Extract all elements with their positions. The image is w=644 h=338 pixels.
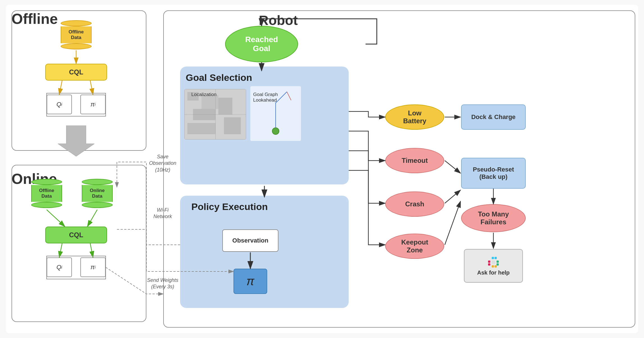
dock-charge-box: Dock & Charge	[461, 104, 526, 130]
ask-help-label: Ask for help	[477, 270, 510, 276]
svg-rect-18	[488, 263, 490, 266]
svg-rect-23	[492, 265, 494, 268]
offline-pii-box: πi	[80, 95, 106, 114]
observation-box: Observation	[222, 229, 278, 252]
goal-graph-label: Goal GraphLookahead	[253, 92, 278, 103]
crash-ellipse: Crash	[385, 191, 444, 217]
svg-marker-0	[58, 125, 94, 156]
online-pii-box: πi	[80, 257, 106, 277]
svg-rect-24	[495, 265, 497, 268]
offline-data-db: OfflineData	[61, 20, 92, 49]
offline-label: Offline	[12, 10, 58, 27]
db-mid-g: OfflineData	[31, 185, 62, 202]
low-battery-ellipse: LowBattery	[385, 104, 444, 130]
svg-rect-25	[492, 261, 495, 264]
db-top	[61, 20, 92, 26]
goal-selection-title: Goal Selection	[186, 72, 252, 83]
svg-rect-22	[496, 263, 499, 266]
pi-box: π	[233, 269, 267, 294]
online-offline-data-db: OfflineData	[31, 179, 62, 208]
localization-label: Localization	[191, 92, 217, 97]
slack-icon	[487, 256, 500, 268]
reached-goal-ellipse: ReachedGoal	[225, 26, 298, 62]
timeout-ellipse: Timeout	[385, 148, 444, 173]
offline-cql-box: CQL	[45, 64, 107, 81]
online-qi-box: Qi	[47, 257, 72, 277]
policy-exec-title: Policy Execution	[191, 201, 268, 212]
db-mid-label: OfflineData	[61, 26, 92, 43]
wifi-network-label: Wi-FiNetwork	[146, 207, 180, 220]
keepout-ellipse: KeepoutZone	[385, 234, 444, 259]
svg-rect-21	[496, 261, 499, 263]
db-mid-g2: OnlineData	[82, 185, 113, 202]
db-bot-g	[31, 202, 62, 208]
too-many-failures-ellipse: Too ManyFailures	[461, 204, 526, 232]
big-arrow-down	[58, 125, 94, 157]
save-observation-label: SaveObservation(10Hz)	[146, 154, 180, 173]
db-bottom	[61, 43, 92, 49]
svg-point-16	[274, 130, 277, 133]
svg-rect-7	[224, 117, 241, 134]
ask-help-box: Ask for help	[464, 249, 523, 283]
online-data-db: OnlineData	[82, 179, 113, 208]
online-cql-box: CQL	[45, 227, 107, 243]
offline-qi-box: Qi	[47, 95, 72, 114]
db-bot-g2	[82, 202, 113, 208]
db-top-g	[31, 179, 62, 185]
svg-rect-6	[187, 123, 216, 134]
svg-rect-20	[495, 257, 497, 259]
db-top-g2	[82, 179, 113, 185]
pseudo-reset-box: Pseudo-Reset(Back up)	[461, 158, 526, 189]
send-weights-label: Send Weights(Every 3s)	[146, 277, 180, 290]
main-canvas: Offline OfflineData CQL Qi πi Online Off…	[6, 5, 638, 333]
svg-rect-19	[492, 257, 494, 259]
svg-rect-5	[218, 98, 232, 115]
svg-rect-17	[488, 261, 490, 263]
